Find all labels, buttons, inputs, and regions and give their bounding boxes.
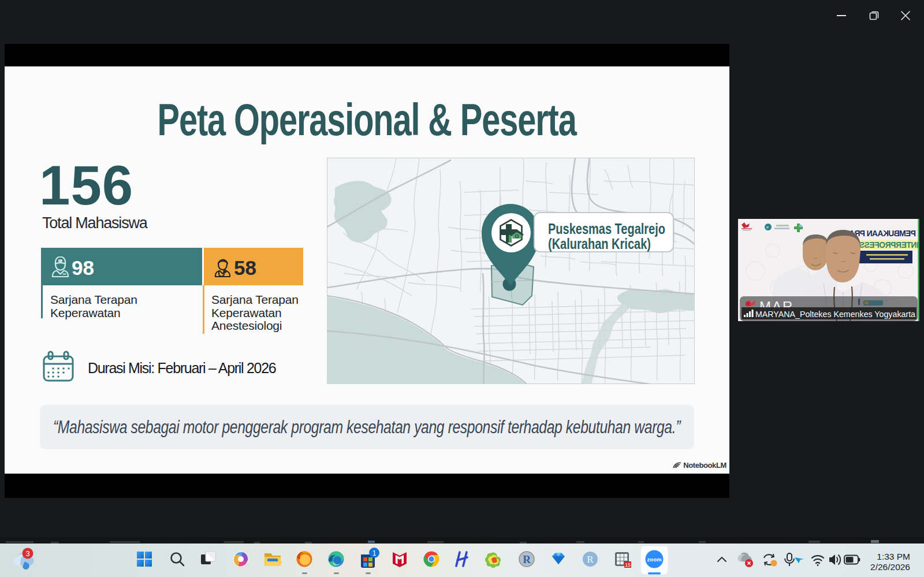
svg-text:(Kalurahan Kricak): (Kalurahan Kricak) [548,235,651,252]
svg-text:MARYANA_Poltekes Kemenkes Yogy: MARYANA_Poltekes Kemenkes Yogyakarta [755,309,915,319]
svg-text:R: R [587,554,594,565]
svg-text:3: 3 [25,549,29,558]
svg-text:zoom: zoom [647,556,662,563]
svg-text:R: R [523,553,531,565]
svg-text:PEMBUKAAN PRA: PEMBUKAAN PRA [849,229,916,238]
svg-text:1:33 PM: 1:33 PM [877,552,910,561]
svg-text:P: P [766,226,769,229]
svg-text:15: 15 [625,562,631,568]
svg-text:1: 1 [372,549,377,557]
svg-text:2/26/2026: 2/26/2026 [870,562,910,572]
